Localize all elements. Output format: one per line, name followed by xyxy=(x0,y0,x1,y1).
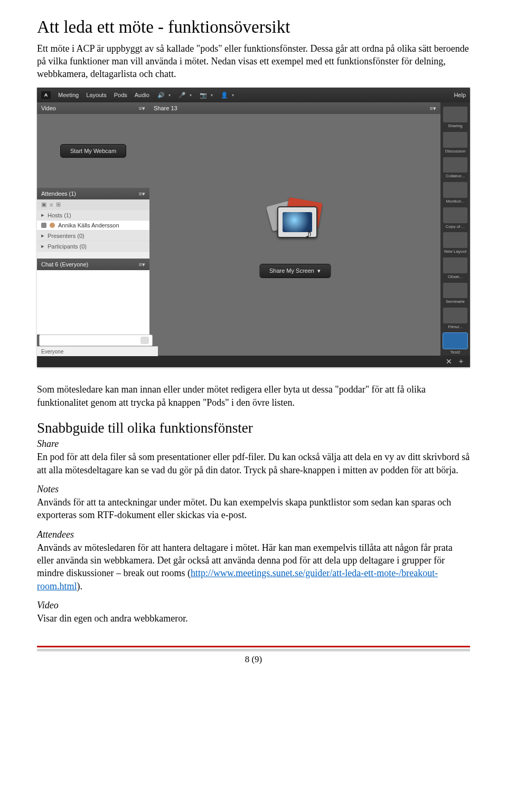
layout-label: Copy of ... xyxy=(440,224,470,229)
close-layouts-icon[interactable]: ✕ xyxy=(446,357,452,366)
chat-pod-header: Chat 6 (Everyone) ≡▾ xyxy=(37,259,149,270)
mic-icon xyxy=(41,223,46,228)
layout-label: Obser... xyxy=(440,274,470,279)
layout-label: Discussion xyxy=(440,149,470,154)
share-pod-title: Share 13 xyxy=(154,105,177,111)
layout-thumb[interactable] xyxy=(443,232,467,248)
share-pod-header: Share 13 ≡▾ xyxy=(149,102,440,114)
section-title-notes: Notes xyxy=(37,484,470,495)
send-chat-icon[interactable] xyxy=(140,337,149,344)
view-icon[interactable]: ⊞ xyxy=(56,201,61,208)
menu-pods[interactable]: Pods xyxy=(114,92,127,98)
layout-thumb[interactable] xyxy=(443,157,467,173)
layout-label: Filmvi... xyxy=(440,324,470,329)
attendees-group-presenters[interactable]: ▸ Presenters (0) xyxy=(37,231,149,241)
add-layout-icon[interactable]: ＋ xyxy=(457,357,465,366)
layout-label: Collabor... xyxy=(440,174,470,178)
layout-label: Seminarie xyxy=(440,299,470,304)
webcam-icon[interactable]: 📷 xyxy=(199,91,208,99)
layout-thumb[interactable] xyxy=(443,207,467,223)
layout-thumb[interactable] xyxy=(443,308,467,323)
pod-options-icon[interactable]: ≡▾ xyxy=(139,261,145,268)
attendee-name: Annika Källs Andersson xyxy=(58,222,119,228)
video-pod-body: Start My Webcam xyxy=(37,114,149,188)
video-pod-title: Video xyxy=(41,105,56,111)
layout-thumb-selected[interactable] xyxy=(443,333,467,349)
attendees-text-after: ). xyxy=(77,581,83,591)
chat-tab-bar: Everyone xyxy=(37,346,158,356)
section-body-video: Visar din egen och andra webbkameror. xyxy=(37,612,470,625)
video-pod-header: Video ≡▾ xyxy=(37,102,149,114)
heading-1: Att leda ett möte - funktionsöversikt xyxy=(37,17,470,38)
layouts-panel: Sharing Discussion Collabor... Monitori.… xyxy=(440,102,470,356)
menu-layouts[interactable]: Layouts xyxy=(86,92,107,98)
heading-2: Snabbguide till olika funktionsfönster xyxy=(37,419,470,436)
chat-tab-everyone[interactable]: Everyone xyxy=(41,349,63,355)
pod-options-icon[interactable]: ≡▾ xyxy=(139,190,145,197)
document-page: Att leda ett möte - funktionsöversikt Et… xyxy=(0,0,507,691)
layout-label: Monitori... xyxy=(440,199,470,204)
menu-meeting[interactable]: Meeting xyxy=(58,92,79,98)
chevron-down-icon[interactable]: ▾ xyxy=(232,93,234,98)
chevron-down-icon[interactable]: ▾ xyxy=(168,93,171,98)
chat-pod-body xyxy=(37,270,149,335)
share-my-screen-button[interactable]: Share My Screen ▾ xyxy=(259,264,331,278)
section-title-attendees: Attendees xyxy=(37,529,470,540)
layout-thumb[interactable] xyxy=(443,132,467,148)
chat-pod-title: Chat 6 (Everyone) xyxy=(41,261,88,268)
status-bar: ✕ ＋ xyxy=(37,356,470,367)
section-title-video: Video xyxy=(37,600,470,611)
page-number: 8 (9) xyxy=(37,651,470,681)
layout-thumb[interactable] xyxy=(443,257,467,273)
section-body-share: En pod för att dela filer så som present… xyxy=(37,451,470,476)
speaker-icon[interactable]: 🔊 xyxy=(157,91,165,99)
section-body-attendees: Används av mötesledaren för att hantera … xyxy=(37,541,470,593)
layout-thumb[interactable] xyxy=(443,107,467,122)
microphone-icon[interactable]: 🎤 xyxy=(178,91,186,99)
attendee-row[interactable]: Annika Källs Andersson xyxy=(37,221,149,231)
layout-label: Test2 xyxy=(440,350,470,355)
chevron-down-icon[interactable]: ▾ xyxy=(211,93,213,98)
share-button-label: Share My Screen xyxy=(269,268,314,274)
attendees-pod-title: Attendees (1) xyxy=(41,190,76,197)
pod-options-icon[interactable]: ≡▾ xyxy=(139,105,145,112)
share-graphic-icon: ♪ xyxy=(264,197,327,244)
menu-help[interactable]: Help xyxy=(454,92,466,98)
paragraph-after-screenshot: Som mötesledare kan man innan eller unde… xyxy=(37,383,470,409)
share-pod-body: ♪ Share My Screen ▾ xyxy=(149,114,440,356)
layout-label: Sharing xyxy=(440,123,470,128)
attendees-toolbar: ▣ ≡ ⊞ xyxy=(37,199,149,210)
intro-paragraph: Ett möte i ACP är uppbyggt av så kallade… xyxy=(37,42,470,81)
attendees-pod-header: Attendees (1) ≡▾ xyxy=(37,188,149,199)
layout-thumb[interactable] xyxy=(443,283,467,299)
raise-hand-icon[interactable]: 👤 xyxy=(220,91,229,99)
footer-rule xyxy=(37,646,470,649)
attendees-group-participants[interactable]: ▸ Participants (0) xyxy=(37,241,149,252)
pod-options-icon[interactable]: ≡▾ xyxy=(430,105,436,112)
layout-thumb[interactable] xyxy=(443,182,467,198)
chat-input[interactable] xyxy=(39,335,153,346)
start-webcam-button[interactable]: Start My Webcam xyxy=(60,144,126,158)
person-icon xyxy=(50,223,55,228)
view-icon[interactable]: ▣ xyxy=(41,201,46,208)
music-note-icon: ♪ xyxy=(305,224,313,242)
chevron-down-icon[interactable]: ▾ xyxy=(190,93,192,98)
section-body-notes: Används för att ta anteckningar under mö… xyxy=(37,496,470,522)
attendees-group-hosts[interactable]: ▸ Hosts (1) xyxy=(37,210,149,221)
adobe-logo-icon: A xyxy=(41,91,51,99)
app-menubar: A Meeting Layouts Pods Audio 🔊▾ 🎤▾ 📷▾ 👤▾… xyxy=(37,88,470,102)
attendees-pod-body: ▣ ≡ ⊞ ▸ Hosts (1) Annika Källs Andersson… xyxy=(37,199,149,259)
acp-screenshot: A Meeting Layouts Pods Audio 🔊▾ 🎤▾ 📷▾ 👤▾… xyxy=(37,88,470,367)
menu-audio[interactable]: Audio xyxy=(135,92,149,98)
section-title-share: Share xyxy=(37,438,470,450)
layout-label: New Layout xyxy=(440,249,470,254)
view-icon[interactable]: ≡ xyxy=(50,202,53,208)
